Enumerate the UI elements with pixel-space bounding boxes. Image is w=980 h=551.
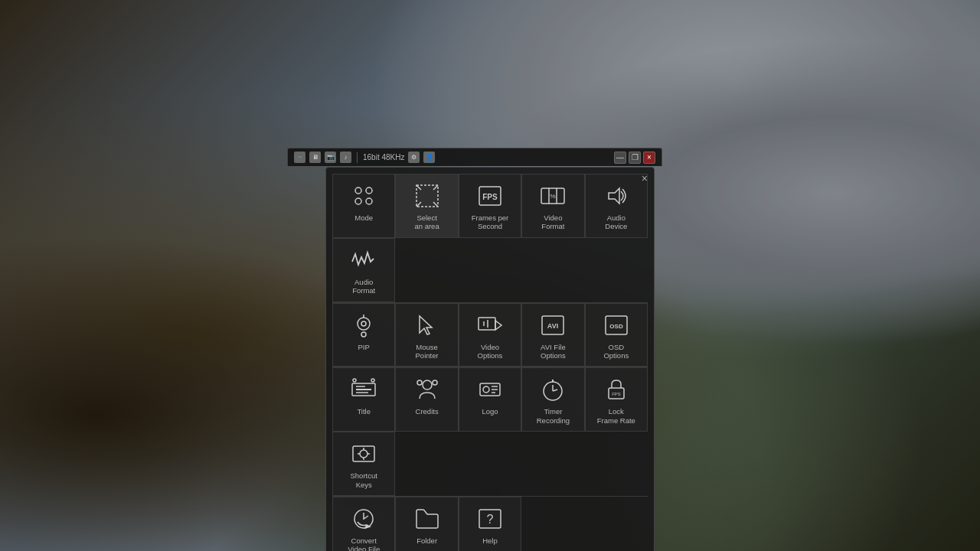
- svg-point-17: [361, 321, 366, 326]
- pip-label: PIP: [358, 343, 370, 351]
- video-options-icon: [476, 311, 504, 339]
- close-button[interactable]: ×: [643, 152, 655, 164]
- menu-item-shortcut-keys[interactable]: ShortcutKeys: [332, 432, 395, 496]
- svg-text:FPS: FPS: [482, 193, 498, 201]
- music-icon: ♪: [340, 152, 351, 163]
- svg-text:AVI: AVI: [547, 322, 558, 330]
- video-options-label: VideoOptions: [478, 343, 503, 360]
- avi-options-icon: AVI: [539, 311, 567, 339]
- menu-item-help[interactable]: ? Help: [459, 497, 521, 551]
- menu-item-folder[interactable]: Folder: [395, 497, 458, 551]
- svg-point-1: [366, 187, 372, 194]
- gamepad-icon: 🎮: [294, 152, 305, 163]
- svg-point-0: [355, 187, 361, 194]
- monitor-icon: 🖥: [309, 152, 321, 163]
- help-icon: ?: [476, 505, 504, 533]
- svg-point-2: [355, 198, 361, 204]
- audio-info: 16bit 48KHz: [363, 153, 404, 161]
- svg-line-5: [416, 185, 421, 190]
- svg-marker-20: [420, 316, 432, 334]
- help-label: Help: [482, 536, 498, 545]
- menu-item-pip[interactable]: PIP: [332, 303, 395, 367]
- svg-point-19: [361, 332, 366, 337]
- menu-item-osd-options[interactable]: OSD OSDOptions: [585, 303, 648, 367]
- camera-icon: 📷: [325, 152, 336, 163]
- shortcut-keys-label: ShortcutKeys: [351, 471, 377, 489]
- video-format-icon: %: [539, 182, 567, 210]
- svg-point-37: [433, 380, 437, 385]
- svg-point-33: [353, 379, 356, 382]
- convert-video-label: ConvertVideo File: [348, 536, 380, 551]
- menu-item-avi-options[interactable]: AVI AVI FileOptions: [521, 303, 584, 367]
- svg-text:OSD: OSD: [609, 323, 623, 330]
- menu-item-mouse-pointer[interactable]: MousePointer: [395, 303, 458, 367]
- svg-line-6: [433, 185, 438, 190]
- window-controls: — ❐ ×: [614, 152, 655, 164]
- separator: [357, 152, 358, 163]
- svg-point-50: [360, 450, 368, 458]
- menu-panel: × Mode: [325, 167, 655, 551]
- mode-label: Mode: [354, 214, 373, 222]
- person-icon: 👤: [423, 152, 435, 163]
- menu-item-select-area[interactable]: Selectan area: [395, 174, 458, 238]
- menu-item-logo[interactable]: Logo: [459, 367, 521, 432]
- svg-line-46: [553, 390, 557, 391]
- menu-item-audio-format[interactable]: AudioFormat: [332, 238, 395, 302]
- menu-item-audio-device[interactable]: AudioDevice: [585, 174, 648, 238]
- select-area-label: Selectan area: [414, 214, 439, 231]
- logo-icon: [476, 376, 504, 403]
- menu-item-video-options[interactable]: VideoOptions: [459, 303, 521, 367]
- svg-marker-22: [495, 321, 501, 330]
- shortcut-keys-icon: [350, 440, 377, 468]
- osd-options-label: OSDOptions: [603, 343, 629, 360]
- svg-line-8: [433, 202, 438, 207]
- audio-format-icon: [350, 246, 377, 274]
- menu-item-credits[interactable]: Credits: [395, 367, 458, 432]
- credits-label: Credits: [416, 407, 439, 416]
- minimize-button[interactable]: —: [614, 152, 626, 164]
- osd-options-icon: OSD: [603, 311, 630, 339]
- mouse-pointer-icon: [413, 311, 441, 339]
- timer-recording-label: TimerRecording: [537, 407, 570, 425]
- folder-label: Folder: [416, 536, 437, 545]
- audio-format-label: AudioFormat: [352, 278, 375, 295]
- menu-item-fps[interactable]: FPS Frames perSecond: [459, 174, 521, 238]
- svg-marker-56: [365, 525, 370, 528]
- svg-point-36: [417, 380, 422, 385]
- svg-line-7: [416, 202, 421, 207]
- svg-point-3: [366, 198, 372, 204]
- avi-options-label: AVI FileOptions: [541, 343, 566, 360]
- timer-recording-icon: [539, 376, 567, 403]
- audio-device-icon: [603, 182, 630, 210]
- svg-text:%: %: [550, 193, 556, 200]
- mouse-pointer-label: MousePointer: [416, 343, 439, 360]
- lock-frame-rate-icon: FPS: [603, 376, 630, 403]
- menu-item-mode[interactable]: Mode: [332, 174, 395, 238]
- svg-point-35: [423, 380, 432, 390]
- mode-icon: [350, 182, 377, 210]
- logo-label: Logo: [482, 407, 498, 416]
- svg-marker-15: [609, 188, 619, 204]
- pip-icon: [350, 311, 377, 339]
- credits-icon: [413, 376, 441, 403]
- folder-icon: [413, 505, 441, 533]
- svg-rect-21: [479, 318, 495, 330]
- menu-item-convert-video[interactable]: ConvertVideo File: [332, 497, 395, 551]
- fps-icon: FPS: [476, 182, 504, 210]
- menu-item-video-format[interactable]: % VideoFormat: [521, 174, 584, 238]
- svg-text:FPS: FPS: [612, 392, 621, 396]
- convert-video-icon: [350, 505, 377, 533]
- svg-point-34: [371, 379, 374, 382]
- menu-item-lock-frame-rate[interactable]: FPS LockFrame Rate: [585, 367, 648, 432]
- maximize-button[interactable]: ❐: [629, 152, 641, 164]
- title-icon: [350, 376, 377, 403]
- select-area-icon: [413, 182, 441, 210]
- svg-point-16: [358, 318, 370, 330]
- svg-point-39: [483, 386, 489, 393]
- title-label: Title: [357, 407, 371, 416]
- menu-item-title[interactable]: Title: [332, 367, 395, 432]
- video-format-label: VideoFormat: [541, 214, 564, 231]
- menu-close-button[interactable]: ×: [642, 172, 648, 184]
- menu-grid: Mode Selectan area FPS Fra: [332, 174, 648, 551]
- menu-item-timer-recording[interactable]: TimerRecording: [521, 367, 584, 432]
